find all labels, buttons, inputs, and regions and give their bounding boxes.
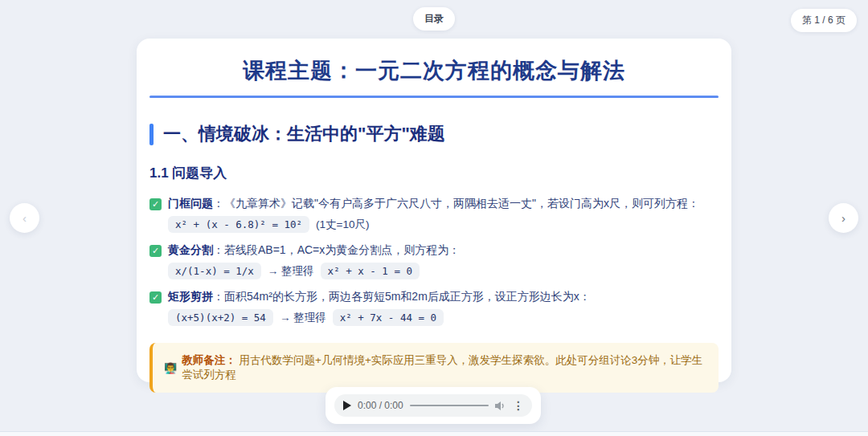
formula-row: x/(1-x) = 1/x → 整理得 x² + x - 1 = 0 bbox=[168, 263, 719, 279]
formula-chip: x² + (x - 6.8)² = 10² bbox=[168, 216, 309, 233]
section-heading: 一、情境破冰：生活中的"平方"难题 bbox=[149, 122, 719, 146]
audio-player: 0:00 / 0:00 ⋮ bbox=[326, 387, 541, 424]
teacher-note-content: 教师备注： 用古代数学问题+几何情境+实际应用三重导入，激发学生探索欲。此处可分… bbox=[182, 353, 707, 382]
play-icon bbox=[342, 401, 351, 410]
toc-button[interactable]: 目录 bbox=[413, 7, 455, 31]
audio-controls: 0:00 / 0:00 ⋮ bbox=[334, 394, 532, 417]
teacher-emoji-icon: 👨‍🏫 bbox=[164, 362, 177, 374]
volume-button[interactable] bbox=[495, 401, 506, 411]
play-button[interactable] bbox=[342, 401, 351, 410]
bottom-edge-strip bbox=[0, 431, 868, 436]
subsection-heading: 1.1 问题导入 bbox=[149, 164, 719, 182]
list-item-desc: ：面积54m²的长方形，两边各剪短5m和2m后成正方形，设正方形边长为x： bbox=[213, 290, 591, 303]
audio-menu-button[interactable]: ⋮ bbox=[513, 400, 524, 411]
list-item-desc: ：《九章算术》记载"今有户高多于广六尺八寸，两隅相去适一丈"，若设门高为x尺，则… bbox=[213, 197, 699, 210]
audio-time: 0:00 / 0:00 bbox=[358, 400, 403, 411]
list-item-text: 门框问题：《九章算术》记载"今有户高多于广六尺八寸，两隅相去适一丈"，若设门高为… bbox=[168, 197, 699, 211]
list-item-label: 黄金分割 bbox=[168, 243, 213, 256]
check-icon: ✓ bbox=[149, 291, 162, 304]
list-item-label: 门框问题 bbox=[168, 197, 213, 210]
formula-chip: x² + x - 1 = 0 bbox=[321, 263, 420, 279]
formula-chip: x/(1-x) = 1/x bbox=[168, 263, 261, 279]
check-icon: ✓ bbox=[149, 245, 162, 257]
list-item: ✓ 黄金分割：若线段AB=1，AC=x为黄金分割点，则方程为： x/(1-x) … bbox=[149, 243, 719, 279]
list-item-text-row: ✓ 门框问题：《九章算术》记载"今有户高多于广六尺八寸，两隅相去适一丈"，若设门… bbox=[149, 197, 719, 211]
list-item-label: 矩形剪拼 bbox=[168, 290, 213, 303]
teacher-note-text: 用古代数学问题+几何情境+实际应用三重导入，激发学生探索欲。此处可分组讨论3分钟… bbox=[182, 354, 702, 381]
check-icon: ✓ bbox=[149, 198, 162, 210]
list-item-text: 矩形剪拼：面积54m²的长方形，两边各剪短5m和2m后成正方形，设正方形边长为x… bbox=[168, 290, 591, 304]
formula-suffix: (1丈=10尺) bbox=[316, 218, 369, 232]
slide-title: 课程主题：一元二次方程的概念与解法 bbox=[149, 56, 719, 85]
list-item-text-row: ✓ 黄金分割：若线段AB=1，AC=x为黄金分割点，则方程为： bbox=[149, 243, 719, 258]
formula-chip: (x+5)(x+2) = 54 bbox=[168, 309, 273, 326]
section-heading-text: 一、情境破冰：生活中的"平方"难题 bbox=[163, 122, 445, 146]
volume-icon bbox=[495, 401, 506, 411]
list-item: ✓ 矩形剪拼：面积54m²的长方形，两边各剪短5m和2m后成正方形，设正方形边长… bbox=[149, 290, 719, 326]
chevron-left-icon: ‹ bbox=[23, 211, 27, 225]
next-page-button[interactable]: › bbox=[829, 203, 858, 233]
problem-list: ✓ 门框问题：《九章算术》记载"今有户高多于广六尺八寸，两隅相去适一丈"，若设门… bbox=[149, 197, 719, 326]
slide-card: 课程主题：一元二次方程的概念与解法 一、情境破冰：生活中的"平方"难题 1.1 … bbox=[137, 39, 731, 382]
formula-row: (x+5)(x+2) = 54 → 整理得 x² + 7x - 44 = 0 bbox=[168, 309, 719, 326]
title-underline bbox=[149, 96, 719, 98]
teacher-note-label: 教师备注： bbox=[182, 354, 236, 366]
formula-row: x² + (x - 6.8)² = 10² (1丈=10尺) bbox=[168, 216, 719, 233]
list-item-text-row: ✓ 矩形剪拼：面积54m²的长方形，两边各剪短5m和2m后成正方形，设正方形边长… bbox=[149, 290, 719, 304]
formula-chip: x² + 7x - 44 = 0 bbox=[333, 309, 444, 326]
teacher-note-box: 👨‍🏫 教师备注： 用古代数学问题+几何情境+实际应用三重导入，激发学生探索欲。… bbox=[149, 343, 719, 393]
prev-page-button[interactable]: ‹ bbox=[10, 203, 39, 233]
formula-arrow-text: → 整理得 bbox=[268, 264, 314, 279]
page-indicator: 第 1 / 6 页 bbox=[791, 9, 857, 32]
audio-progress-slider[interactable] bbox=[410, 405, 489, 406]
formula-arrow-text: → 整理得 bbox=[280, 311, 326, 325]
list-item-text: 黄金分割：若线段AB=1，AC=x为黄金分割点，则方程为： bbox=[168, 243, 460, 258]
list-item: ✓ 门框问题：《九章算术》记载"今有户高多于广六尺八寸，两隅相去适一丈"，若设门… bbox=[149, 197, 719, 233]
list-item-desc: ：若线段AB=1，AC=x为黄金分割点，则方程为： bbox=[213, 243, 460, 256]
section-accent-bar bbox=[149, 124, 154, 145]
chevron-right-icon: › bbox=[841, 211, 845, 225]
